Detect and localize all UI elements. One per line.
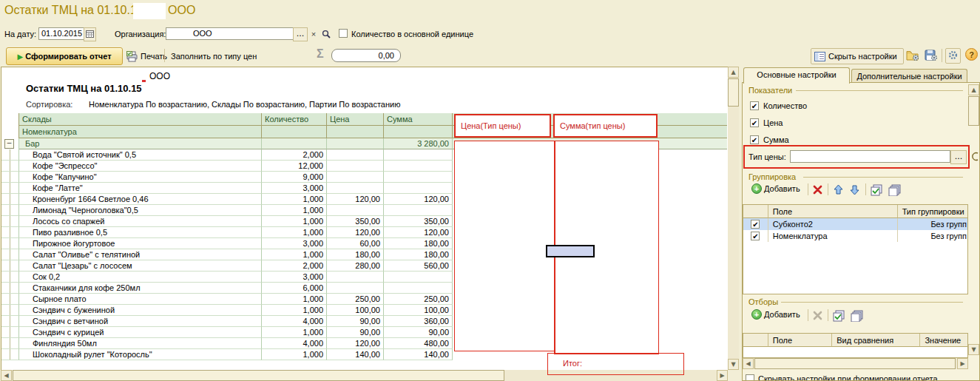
print-button[interactable]: Печать — [126, 49, 168, 64]
item-price[interactable]: 140,00 — [327, 349, 384, 360]
col-header-sklady[interactable]: Склады — [19, 113, 262, 126]
item-name[interactable]: Сэндвич с бужениной — [19, 305, 262, 316]
grouping-move-up-button[interactable] — [833, 184, 844, 195]
item-price[interactable]: 60,00 — [327, 238, 384, 249]
item-price[interactable]: 120,00 — [327, 227, 384, 238]
item-qty[interactable]: 9,000 — [262, 172, 327, 183]
scroll-right-button[interactable]: ▶ — [717, 370, 728, 381]
item-name[interactable]: Сэндвич с курицей — [19, 327, 262, 338]
scroll-left-button[interactable]: ◀ — [1, 370, 12, 381]
group-sum[interactable]: 3 280,00 — [384, 138, 453, 149]
help-button[interactable]: ? — [965, 48, 978, 61]
item-sum[interactable] — [384, 283, 453, 294]
sum-field[interactable]: 0,00 — [331, 49, 401, 62]
tab-additional-settings[interactable]: Дополнительные настройки — [851, 69, 967, 84]
col-header-price[interactable]: Цена — [327, 113, 384, 126]
item-price[interactable]: 250,00 — [327, 294, 384, 305]
selected-cell[interactable] — [546, 245, 595, 257]
item-sum[interactable]: 560,00 — [384, 260, 453, 272]
item-price[interactable] — [327, 272, 384, 283]
org-input[interactable]: ООО — [166, 27, 307, 40]
hide-settings-on-generate-checkbox[interactable] — [746, 374, 754, 381]
item-qty[interactable]: 2,000 — [262, 149, 327, 161]
filters-uncheck-all-button[interactable] — [851, 310, 863, 322]
hscroll-thumb[interactable] — [754, 358, 956, 369]
indicator-qty-checkbox[interactable]: ✔ — [750, 101, 759, 110]
item-name[interactable]: Стаканчики для кофе 250мл — [19, 283, 262, 294]
panel-hscrollbar[interactable]: ◀ ▶ — [743, 358, 968, 369]
item-qty[interactable]: 3,000 — [262, 272, 327, 283]
item-name[interactable]: Кроненбург 1664 Светлое 0,46 — [19, 194, 262, 205]
item-qty[interactable]: 6,000 — [262, 283, 327, 294]
grouping-row-field[interactable]: Номенклатура — [768, 230, 898, 242]
item-qty[interactable]: 1,000 — [262, 227, 327, 238]
item-sum[interactable]: 480,00 — [384, 338, 453, 349]
scroll-down-button[interactable]: ▼ — [728, 359, 739, 370]
vscroll-thumb[interactable] — [968, 96, 979, 126]
item-qty[interactable]: 3,000 — [262, 238, 327, 249]
grouping-delete-button[interactable] — [813, 185, 822, 195]
item-sum[interactable]: 120,00 — [384, 194, 453, 205]
item-price[interactable]: 350,00 — [327, 216, 384, 227]
item-price[interactable]: 100,00 — [327, 305, 384, 316]
fill-by-price-type-button[interactable]: Заполнить по типу цен — [170, 49, 257, 64]
col-header-nomenclature[interactable]: Номенклатура — [19, 126, 262, 138]
item-qty[interactable]: 2,000 — [262, 260, 327, 272]
item-sum[interactable] — [384, 161, 453, 172]
grouping-row-checkbox[interactable]: ✔ — [751, 232, 760, 240]
item-sum[interactable]: 180,00 — [384, 249, 453, 260]
item-name[interactable]: Кофе "Эспрессо" — [19, 161, 262, 172]
item-sum[interactable] — [384, 272, 453, 283]
grouping-row-type[interactable]: Без групп — [898, 218, 967, 230]
item-name[interactable]: Финляндия 50мл — [19, 338, 262, 349]
grouping-check-all-button[interactable] — [871, 184, 883, 196]
date-input[interactable]: 01.10.2015 — [38, 27, 86, 40]
item-name[interactable]: Салат "Оливье" с телятиной — [19, 249, 262, 260]
filters-check-all-button[interactable] — [833, 310, 845, 322]
tab-main-settings[interactable]: Основные настройки — [743, 67, 850, 84]
item-sum[interactable] — [384, 205, 453, 216]
save-settings-button[interactable] — [924, 49, 940, 64]
item-price[interactable] — [327, 172, 384, 183]
item-name[interactable]: Салат "Цезарь" с лососем — [19, 260, 262, 272]
item-name[interactable]: Сэндвич с ветчиной — [19, 316, 262, 327]
report-vscrollbar[interactable]: ▲ ▼ — [728, 67, 739, 370]
col-header-sum[interactable]: Сумма — [384, 113, 453, 126]
item-sum[interactable] — [384, 183, 453, 194]
item-sum[interactable]: 250,00 — [384, 294, 453, 305]
hscroll-thumb[interactable] — [13, 370, 504, 381]
item-qty[interactable]: 1,000 — [262, 194, 327, 205]
item-qty[interactable]: 1,000 — [262, 327, 327, 338]
filters-header-field[interactable]: Поле — [768, 334, 832, 347]
unit-checkbox[interactable] — [339, 29, 348, 38]
calendar-button[interactable] — [84, 27, 96, 41]
filters-delete-button-disabled[interactable] — [813, 311, 822, 320]
scroll-up-button[interactable]: ▲ — [968, 84, 979, 95]
load-settings-button[interactable] — [905, 49, 922, 64]
indicator-sum-checkbox[interactable]: ✔ — [750, 135, 759, 144]
item-name[interactable]: Сырное плато — [19, 294, 262, 305]
item-sum[interactable]: 140,00 — [384, 349, 453, 360]
indicator-price-checkbox[interactable]: ✔ — [750, 118, 759, 127]
item-qty[interactable]: 1,000 — [262, 294, 327, 305]
grouping-row[interactable]: ✔НоменклатураБез групп — [743, 230, 967, 242]
item-qty[interactable]: 1,000 — [262, 349, 327, 360]
generate-report-button[interactable]: ▶ Сформировать отчет — [6, 47, 123, 65]
item-name[interactable]: Кофе "Капучино" — [19, 172, 262, 183]
item-qty[interactable]: 4,000 — [262, 338, 327, 349]
item-price[interactable] — [327, 205, 384, 216]
item-price[interactable] — [327, 149, 384, 161]
item-price[interactable] — [327, 161, 384, 172]
hide-settings-button[interactable]: Скрыть настройки — [811, 48, 904, 64]
grouping-row-checkbox[interactable]: ✔ — [751, 220, 760, 229]
item-price[interactable]: 280,00 — [327, 260, 384, 272]
item-qty[interactable]: 4,000 — [262, 316, 327, 327]
item-price[interactable]: 120,00 — [327, 338, 384, 349]
filters-header-value[interactable]: Значение — [920, 334, 967, 347]
item-sum[interactable]: 350,00 — [384, 216, 453, 227]
settings-gear-button[interactable] — [945, 48, 961, 64]
item-name[interactable]: Пиво разливное 0,5 — [19, 227, 262, 238]
item-name[interactable]: Лимонад "Черноголовка"0,5 — [19, 205, 262, 216]
scroll-left-button[interactable]: ◀ — [743, 358, 754, 369]
item-qty[interactable]: 12,000 — [262, 161, 327, 172]
